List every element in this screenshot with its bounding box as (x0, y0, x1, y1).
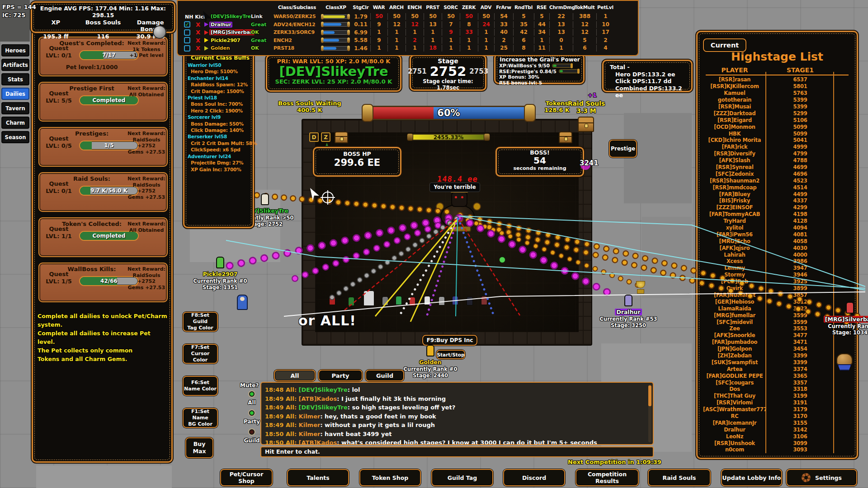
highstage-entry[interactable]: [CKD]Ichiro Morita 5041 (703, 137, 838, 144)
highstage-entry[interactable]: [SUK]Swampfist 3399 (703, 359, 838, 366)
chat-input[interactable]: Hit Enter to chat. (260, 446, 654, 457)
highstage-entry[interactable]: n0com 3093 (703, 446, 838, 453)
highstage-entry[interactable]: [MRG]Echo 4058 (703, 238, 838, 244)
raid-souls-button[interactable]: Raid Souls (648, 469, 711, 486)
highstage-entry[interactable]: [ASC]Wrathmaster777 3179 (703, 406, 838, 413)
highstage-entry[interactable]: [FAR]iPwn56 4081 (703, 231, 838, 238)
mute-radio-guild[interactable] (248, 428, 255, 436)
highstage-entry[interactable]: [RSR]Synreal 4699 (703, 164, 838, 171)
discord-button[interactable]: Discord (503, 469, 565, 486)
sidebar-item-stats[interactable]: Stats (1, 73, 29, 85)
highstage-entry[interactable]: [FAR]TommyACAB 4198 (703, 211, 838, 218)
stage-prev[interactable]: 2751 (408, 65, 427, 78)
unit-label[interactable]: [MRG]Silverban Currently Rank Stage: 103… (814, 302, 868, 336)
highstage-entry[interactable]: Lemmy 3947 (703, 265, 838, 272)
stage-next[interactable]: 2753 (469, 65, 488, 78)
highstage-entry[interactable]: Kamuel 5763 (703, 90, 838, 97)
highstage-entry[interactable]: [FAR]Bluey 4499 (703, 191, 838, 197)
highstage-entry[interactable]: Artea 3374 (703, 366, 838, 372)
highstage-entry[interactable]: [RSR]KJKillercom 5801 (703, 83, 838, 90)
highstage-entry[interactable]: HBK 5099 (703, 130, 838, 137)
prestige-button[interactable]: Prestige (609, 140, 637, 158)
highstage-entry[interactable]: [THC]That Guy 3199 (703, 393, 838, 399)
highstage-entry[interactable]: [ZZZ]Darktoad 5299 (703, 110, 838, 117)
sidebar-item-season[interactable]: Season (1, 131, 29, 143)
unit-label[interactable]: Golden Currently Rank #0 Stage: 2440 (394, 345, 467, 379)
highstage-entry[interactable]: xylitol 4094 (703, 225, 838, 231)
unit-label[interactable]: Dralhur Currently Rank #53 Stage: 3250 (592, 295, 665, 328)
sidebar-item-tavern[interactable]: Tavern (1, 102, 29, 114)
chat-tab-party[interactable]: Party (318, 370, 363, 381)
highstage-entry[interactable]: [ZZZ]EINSOF 4299 (703, 204, 838, 211)
highstage-entry[interactable]: [POS]Bob 3925 (703, 278, 838, 285)
f1-name-bg-color-button[interactable]: F1:Set NameBG Color (183, 408, 218, 428)
mute-radio-all[interactable] (248, 390, 255, 398)
highstage-entry[interactable]: [AFK]qjsro 4030 (703, 244, 838, 251)
player-name[interactable]: [MRG]Silverban (209, 29, 255, 35)
highstage-entry[interactable]: [JPN]Golpon 3454 (703, 346, 838, 352)
highstage-entry[interactable]: [FAR]NutteNut 3857 (703, 292, 838, 299)
highstage-entry[interactable]: Stormy 3946 (703, 272, 838, 278)
guild-tag-button[interactable]: Guild Tag (431, 469, 493, 486)
highstage-entry[interactable]: [BIS]Frisky 4337 (703, 197, 838, 204)
highstage-entry[interactable]: [RSR]Unshook 3099 (703, 440, 838, 446)
ready-checkbox-icon[interactable] (184, 45, 190, 52)
raid-chest-icon[interactable] (578, 117, 594, 132)
player-name[interactable]: Pickle2907 (209, 38, 242, 43)
update-lobby-info-button[interactable]: Update Lobby Info (721, 469, 782, 486)
highstage-entry[interactable]: [RSR]Shaunman2 4523 (703, 177, 838, 184)
highstage-entry[interactable]: [SFC]Zedonix 4696 (703, 170, 838, 177)
kick-x-icon[interactable]: X (193, 29, 203, 36)
highstage-entry[interactable]: [FAR]pumbadoo 3471 (703, 339, 838, 346)
highstage-entry[interactable]: [FAR]rick 4999 (703, 144, 838, 150)
sidebar-item-dailies[interactable]: Dailies (1, 88, 29, 100)
highstage-entry[interactable]: TryHard 4128 (703, 218, 838, 225)
chest-icon[interactable] (559, 131, 572, 143)
player-name[interactable]: Dralhur (209, 22, 232, 28)
highstage-entry[interactable]: [SFC]cougars 3357 (703, 379, 838, 386)
buy-max-button[interactable]: BuyMax (185, 437, 213, 458)
highstage-entry[interactable]: [OCD]Monmon 5099 (703, 123, 838, 130)
f7-cursor-color-button[interactable]: F7:SetCursor Color (183, 344, 218, 364)
f8-guild-tag-color-button[interactable]: F8:Set GuildTag Color (183, 312, 218, 332)
highstage-entry[interactable]: [RSR]Virlomi 3191 (703, 399, 838, 406)
competition-results-button[interactable]: Competition Results (576, 469, 639, 486)
chest-icon[interactable] (335, 131, 348, 143)
mute-radio-party[interactable] (248, 409, 255, 417)
highstage-entry[interactable]: [FAR]GODLIKE PEPE 3365 (703, 372, 838, 379)
kick-x-icon[interactable]: X (193, 21, 203, 28)
chat-tab-guild[interactable]: Guild (365, 370, 404, 381)
sidebar-item-heroes[interactable]: Heroes (1, 44, 29, 56)
kick-x-icon[interactable]: X (193, 37, 203, 44)
player-name[interactable]: Golden (209, 45, 231, 51)
unit-label[interactable]: Pickle2907 Currently Rank #0 Stage: 1351 (184, 257, 256, 291)
highstage-entry[interactable]: [RSR]Eigard 5106 (703, 117, 838, 123)
chat-scrollbar[interactable] (648, 385, 651, 442)
f9-buy-dps-button[interactable]: F9:Buy DPS Inc (422, 335, 477, 346)
kick-x-icon[interactable]: X (193, 45, 203, 52)
highstage-entry[interactable]: LeoNz 3106 (703, 433, 838, 440)
sidebar-item-charm[interactable]: Charm (1, 117, 29, 129)
highstage-entry[interactable]: RC 3170 (703, 413, 838, 420)
highstage-entry[interactable]: Lahirah 4000 (703, 251, 838, 258)
settings-button[interactable]: Settings (786, 469, 857, 486)
ready-checkbox-icon[interactable] (184, 37, 190, 43)
highstage-entry[interactable]: Dos 3318 (703, 386, 838, 393)
highstage-entry[interactable]: [RSR]rasan 6537 (703, 76, 838, 83)
highstage-entry[interactable]: [ZH]Zebdan 3399 (703, 352, 838, 359)
token-shop-button[interactable]: Token Shop (359, 469, 421, 486)
ready-checkbox-icon[interactable] (184, 29, 190, 36)
player-name[interactable]: [DEV]SlikeyTre (209, 14, 252, 19)
highstage-entry[interactable]: [RSR]Musai 5399 (703, 103, 838, 110)
highstage-entry[interactable]: [RSR]mmdcoap 4514 (703, 184, 838, 191)
highstage-entry[interactable]: Qwirk 3899 (703, 285, 838, 292)
f6-name-color-button[interactable]: F6:SetName Color (183, 376, 218, 396)
talents-button[interactable]: Talents (287, 469, 349, 486)
pet-cursor-shop-button[interactable]: Pet/Cursor Shop (220, 469, 273, 486)
chat-log[interactable]: 18:48 All: [DEV]SlikeyTre: lol 18:49 All… (260, 382, 654, 445)
highstage-entry[interactable]: Xcess 3986 (703, 258, 838, 265)
ready-checkbox-icon[interactable] (184, 21, 190, 28)
sidebar-item-artifacts[interactable]: Artifacts (1, 59, 29, 71)
chat-tab-all[interactable]: All (274, 370, 316, 381)
highstage-entry[interactable]: [FAR]IcemannJr 3155 (703, 419, 838, 426)
